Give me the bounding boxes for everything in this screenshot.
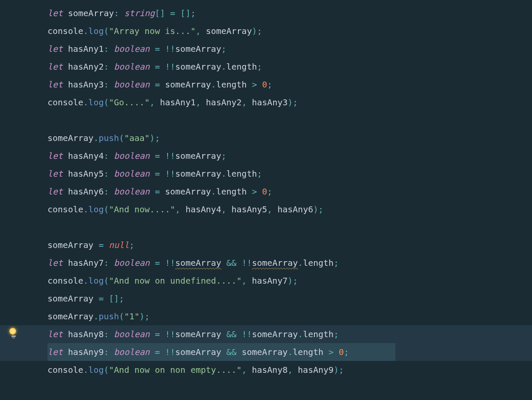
token: ( <box>104 203 109 216</box>
token: boolean <box>114 78 150 91</box>
token: ; <box>145 310 150 323</box>
token: hasAny7 <box>252 274 288 287</box>
token: , <box>242 363 252 377</box>
token: log <box>88 24 104 38</box>
token: hasAny5 <box>232 203 267 216</box>
code-line[interactable]: someArray = []; <box>48 290 532 307</box>
code-line[interactable]: let hasAny4: boolean = !!someArray; <box>48 147 532 165</box>
token: ) <box>288 274 293 287</box>
token: ; <box>190 6 196 20</box>
token: , <box>242 274 252 287</box>
token: hasAny8 <box>68 327 104 341</box>
token: length <box>227 167 257 180</box>
code-line[interactable]: let hasAny6: boolean = someArray.length … <box>48 183 532 200</box>
token: ; <box>344 345 349 359</box>
code-line[interactable]: console.log("Go....", hasAny1, hasAny2, … <box>48 93 532 111</box>
token: ; <box>293 96 298 109</box>
token: : <box>104 149 114 163</box>
token: let <box>48 256 68 270</box>
token: : <box>104 185 114 198</box>
token: = <box>150 256 165 270</box>
code-line[interactable]: console.log("Array now is...", someArray… <box>48 22 532 40</box>
code-line[interactable]: let hasAny1: boolean = !!someArray; <box>48 40 532 58</box>
code-line[interactable]: someArray = null; <box>48 236 532 254</box>
token: . <box>298 256 303 270</box>
token: . <box>83 274 88 287</box>
code-line[interactable] <box>48 218 532 236</box>
token: null <box>109 238 129 252</box>
code-line[interactable]: let someArray: string[] = []; <box>48 4 532 22</box>
token: length <box>303 256 333 270</box>
token: ; <box>221 42 226 56</box>
code-line[interactable]: let hasAny7: boolean = !!someArray && !!… <box>48 254 532 272</box>
token: . <box>83 24 88 38</box>
token: hasAny1 <box>68 42 104 56</box>
token: . <box>93 131 98 145</box>
code-area[interactable]: let someArray: string[] = [];console.log… <box>31 0 532 400</box>
token: !! <box>165 60 175 73</box>
token: = <box>150 167 165 180</box>
token: : <box>104 327 114 341</box>
token: length <box>227 60 257 73</box>
token: "And now on undefined...." <box>109 274 242 287</box>
code-line[interactable]: let hasAny5: boolean = !!someArray.lengt… <box>48 165 532 183</box>
token: console <box>48 24 83 38</box>
token: let <box>48 60 68 73</box>
token: = <box>150 149 165 163</box>
token: !! <box>165 149 175 163</box>
code-line[interactable]: let hasAny3: boolean = someArray.length … <box>48 76 532 93</box>
code-line[interactable]: console.log("And now....", hasAny4, hasA… <box>48 200 532 218</box>
token: && <box>221 345 241 359</box>
token: ; <box>318 203 323 216</box>
token: hasAny9 <box>298 363 333 377</box>
token: ) <box>333 363 339 377</box>
token: ; <box>333 327 339 341</box>
token: hasAny4 <box>185 203 221 216</box>
code-line[interactable]: console.log("And now on non empty....", … <box>48 361 532 379</box>
token: . <box>83 363 88 377</box>
token: , <box>242 96 252 109</box>
token: ; <box>119 292 124 305</box>
token: ; <box>257 60 262 73</box>
token: ; <box>129 238 134 252</box>
token: log <box>88 203 104 216</box>
lightbulb-icon[interactable] <box>9 328 18 336</box>
token: string <box>124 6 155 20</box>
token: ; <box>221 149 226 163</box>
token: !! <box>165 42 175 56</box>
token: boolean <box>114 256 150 270</box>
token: hasAny6 <box>277 203 313 216</box>
token: boolean <box>114 167 150 180</box>
token: = <box>150 60 165 73</box>
code-line[interactable]: someArray.push("aaa"); <box>48 129 532 147</box>
code-line[interactable] <box>48 111 532 129</box>
token: > <box>323 345 339 359</box>
token: , <box>175 203 185 216</box>
token: [] <box>155 6 170 20</box>
code-line[interactable]: someArray.push("1"); <box>48 307 532 325</box>
token: console <box>48 203 83 216</box>
token: boolean <box>114 42 150 56</box>
token: = <box>150 78 165 91</box>
token: !! <box>165 345 175 359</box>
code-line[interactable]: let hasAny9: boolean = !!someArray && so… <box>48 343 532 361</box>
token: > <box>247 185 262 198</box>
token: "And now...." <box>109 203 176 216</box>
token: ( <box>119 310 124 323</box>
token: hasAny7 <box>68 256 104 270</box>
token: : <box>104 167 114 180</box>
code-line[interactable]: let hasAny2: boolean = !!someArray.lengt… <box>48 58 532 76</box>
code-line[interactable]: console.log("And now on undefined....", … <box>48 272 532 290</box>
token: , <box>196 24 206 38</box>
code-line[interactable]: } <box>31 379 532 397</box>
token: = <box>93 292 109 305</box>
token: hasAny3 <box>252 96 288 109</box>
token: someArray <box>175 42 221 56</box>
token: : <box>104 256 114 270</box>
token: hasAny3 <box>68 78 104 91</box>
token: ( <box>104 96 109 109</box>
code-line[interactable]: let hasAny8: boolean = !!someArray && !!… <box>48 325 532 343</box>
token: log <box>88 96 104 109</box>
editor[interactable]: let someArray: string[] = [];console.log… <box>0 0 532 400</box>
token: hasAny2 <box>206 96 241 109</box>
